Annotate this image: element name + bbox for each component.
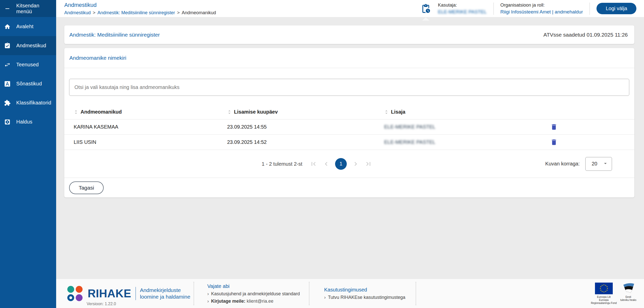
first-page-button[interactable]: [310, 160, 317, 168]
trash-icon: [550, 138, 558, 146]
svg-text:★: ★: [605, 290, 606, 292]
home-icon: [4, 23, 11, 30]
owners-card: Andmeomanike nimekiri Andmeomanikud Lisa…: [64, 48, 634, 197]
breadcrumb: Andmestikud > Andmestik: Meditsiiniline …: [64, 10, 216, 16]
user-info: Kasutaja: ELE-MERIKE PASTEL: [438, 3, 487, 15]
breadcrumb-separator: >: [177, 10, 180, 16]
sidebar-item-andmestikud[interactable]: Andmestikud: [0, 36, 56, 55]
page-size-select[interactable]: 20: [585, 157, 612, 171]
app-root: Kitsendan menüü Avaleht Andmestikud Teen…: [0, 0, 644, 308]
added-by: ELE-MERIKE PASTEL: [384, 124, 549, 130]
brand-tagline: Andmekirjelduste loomine ja haldamine: [140, 287, 190, 300]
sidebar-item-teenused[interactable]: Teenused: [0, 55, 56, 74]
breadcrumb-link-andmestik[interactable]: Andmestik: Meditsiiniline sünniregister: [98, 10, 175, 16]
tooltip-arrow: [422, 17, 429, 21]
sidebar-item-sonastikud[interactable]: Sõnastikud: [0, 74, 56, 93]
delete-owner-button[interactable]: [549, 137, 559, 147]
delete-owner-button[interactable]: [549, 122, 559, 132]
sidebar: Kitsendan menüü Avaleht Andmestikud Teen…: [0, 0, 56, 308]
svg-text:★: ★: [603, 291, 605, 293]
breadcrumb-current: Andmeomanikud: [182, 10, 216, 16]
previous-page-button[interactable]: [322, 160, 330, 168]
footer-divider: [194, 282, 194, 305]
column-header-lisamise-kuupaev[interactable]: Lisamise kuupäev: [227, 109, 384, 115]
rihake-logo-icon: Versioon: 1.22.0: [67, 286, 83, 301]
svg-text:★: ★: [606, 286, 608, 288]
table-header-row: Andmeomanikud Lisamise kuupäev Lisaja: [64, 105, 634, 119]
eu-regional-fund-logo: ★★★ ★★★ ★★★ ★★★ Euroopa Liit Euroopa Reg…: [591, 283, 617, 305]
gear-box-icon: [4, 119, 11, 125]
sidebar-item-haldus[interactable]: Haldus: [0, 112, 56, 131]
svg-text:★: ★: [600, 287, 601, 289]
owner-search-input[interactable]: [69, 79, 629, 96]
collapse-menu-label: Kitsendan menüü: [16, 3, 56, 14]
dataset-status: ATVsse saadetud 01.09.2025 11:26: [543, 32, 628, 38]
sort-icon: [384, 110, 389, 114]
first-page-icon: [310, 160, 317, 168]
column-header-andmeomanikud[interactable]: Andmeomanikud: [74, 109, 227, 115]
user-name: ELE-MERIKE PASTEL: [438, 9, 487, 15]
owner-name: LIIS USIN: [74, 139, 227, 145]
last-page-icon: [365, 160, 372, 168]
org-label: Organisatsioon ja roll:: [500, 3, 583, 8]
page-title: Andmestikud: [64, 2, 216, 8]
help-section: Vajate abi › Kasutusjuhend ja andmekirje…: [207, 283, 309, 304]
help-title[interactable]: Vajate abi: [207, 283, 309, 289]
table-row: LIIS USIN 23.09.2025 14:52 ELE-MERIKE PA…: [64, 135, 634, 150]
page-size-label: Kuvan korraga:: [545, 161, 580, 167]
added-date: 23.09.2025 14:52: [227, 139, 384, 145]
terms-link[interactable]: › Tutvu RIHAKEse kasutustingimustega: [324, 295, 416, 300]
clipboard-check-icon: [4, 42, 11, 49]
chevron-right-icon: [352, 160, 359, 168]
breadcrumb-separator: >: [93, 10, 96, 16]
last-page-button[interactable]: [365, 160, 372, 168]
chevron-down-icon: [602, 160, 608, 167]
logout-button[interactable]: Logi välja: [596, 3, 636, 14]
dataset-card: Andmestik: Meditsiiniline sünniregister …: [64, 25, 634, 44]
added-by: ELE-MERIKE PASTEL: [384, 139, 549, 145]
breadcrumb-link-andmestikud[interactable]: Andmestikud: [64, 10, 91, 16]
results-summary: 1 - 2 tulemust 2-st: [262, 161, 302, 167]
collapse-menu-button[interactable]: Kitsendan menüü: [0, 0, 56, 17]
sidebar-item-klassifikaatorid[interactable]: Klassifikaatorid: [0, 93, 56, 112]
column-header-lisaja[interactable]: Lisaja: [384, 109, 549, 115]
owner-name: KARINA KASEMAA: [74, 124, 227, 130]
footer: Versioon: 1.22.0 RIHAKE Andmekirjelduste…: [56, 279, 644, 308]
footer-divider: [309, 282, 309, 305]
swap-arrows-icon: [4, 61, 11, 68]
header-divider: [493, 3, 494, 14]
terms-title[interactable]: Kasutustingimused: [324, 287, 416, 293]
content-area: Andmestik: Meditsiiniline sünniregister …: [56, 17, 644, 279]
top-header: Andmestikud Andmestikud > Andmestik: Med…: [56, 0, 644, 17]
help-link-manual[interactable]: › Kasutusjuhend ja andmekirjelduse stand…: [207, 291, 309, 297]
version-label: Versioon: 1.22.0: [87, 302, 116, 306]
rihake-brand: Versioon: 1.22.0 RIHAKE Andmekirjelduste…: [67, 286, 194, 301]
eesti-tuleviku-heaks-logo: Eesti tuleviku heaks: [620, 283, 636, 302]
sidebar-nav: Avaleht Andmestikud Teenused Sõnastikud: [0, 17, 56, 131]
back-button[interactable]: Tagasi: [69, 181, 104, 194]
added-date: 23.09.2025 14:55: [227, 124, 384, 130]
pagination-bar: 1 - 2 tulemust 2-st 1: [64, 150, 634, 178]
page-number-button[interactable]: 1: [335, 158, 347, 170]
svg-text:★: ★: [601, 284, 603, 286]
sidebar-item-avaleht[interactable]: Avaleht: [0, 17, 56, 36]
table-row: KARINA KASEMAA 23.09.2025 14:55 ELE-MERI…: [64, 119, 634, 135]
user-label: Kasutaja:: [438, 3, 487, 8]
footer-divider: [416, 282, 416, 305]
sort-icon: [74, 110, 78, 114]
org-value: Riigi Infosüsteemi Amet | andmehaldur: [500, 9, 583, 15]
puzzle-icon: [4, 100, 11, 106]
letter-a-box-icon: [4, 81, 11, 87]
trash-icon: [550, 123, 558, 131]
svg-text:★: ★: [600, 289, 602, 291]
terms-section: Kasutustingimused › Tutvu RIHAKEse kasut…: [324, 287, 416, 300]
owners-list-title: Andmeomanike nimekiri: [69, 55, 126, 61]
next-page-button[interactable]: [352, 160, 359, 168]
header-divider: [589, 3, 590, 14]
svg-text:★: ★: [603, 284, 605, 286]
org-info: Organisatsioon ja roll: Riigi Infosüstee…: [500, 3, 583, 15]
help-link-email[interactable]: › Kirjutage meile: klient@ria.ee: [207, 299, 309, 304]
brand-divider: [135, 287, 136, 300]
clipboard-clock-icon[interactable]: [420, 3, 431, 14]
dataset-title[interactable]: Andmestik: Meditsiiniline sünniregister: [69, 32, 160, 38]
